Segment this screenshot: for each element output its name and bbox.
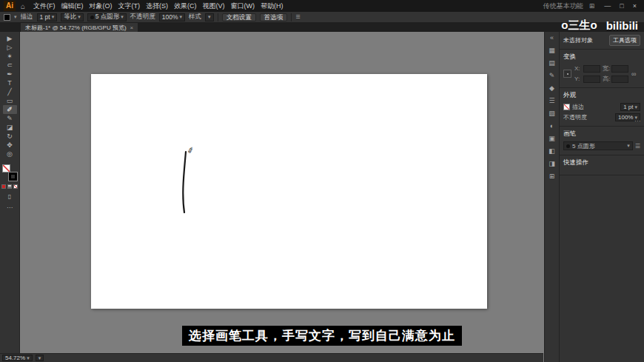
stroke-weight-select[interactable]: 1 pt ▾ — [620, 103, 640, 111]
brush-definition-select[interactable]: 5 点圆形 ▾ — [87, 13, 127, 21]
artboard[interactable]: ✐ — [91, 74, 487, 309]
layers-panel-icon[interactable]: ◨ — [549, 160, 555, 167]
opacity-label: 不透明度 — [563, 113, 587, 121]
chevron-down-icon: ▾ — [38, 355, 41, 361]
menu-view[interactable]: 视图(V) — [200, 0, 228, 12]
brush-preview-icon — [90, 16, 94, 19]
stroke-color-swatch[interactable] — [4, 14, 10, 21]
hand-tool[interactable]: ✥ — [3, 141, 17, 150]
title-bar: Ai ⌂ 文件(F) 编辑(E) 对象(O) 文字(T) 选择(S) 效果(C)… — [0, 0, 644, 12]
color-panel-icon[interactable]: ▦ — [549, 47, 555, 54]
appearance-title: 外观 — [563, 91, 640, 100]
direct-selection-tool[interactable]: ▷ — [3, 43, 17, 52]
edit-toolbar-button[interactable]: ⋯ — [7, 204, 13, 211]
selection-tool[interactable]: ▶ — [3, 34, 17, 43]
style-label: 样式 — [189, 13, 201, 21]
tool-options-button[interactable]: 工具选项 — [609, 35, 640, 46]
brush-definition-select[interactable]: 5 点圆形 ▾ — [563, 141, 633, 150]
gradient-panel-icon[interactable]: ▧ — [549, 110, 555, 117]
minimize-button[interactable]: — — [600, 2, 614, 10]
more-options-icon[interactable]: ⋯ — [634, 118, 640, 124]
document-setup-button[interactable]: 文档设置 — [222, 13, 256, 21]
video-subtitle: 选择画笔工具，手写文字，写到自己满意为止 — [182, 326, 462, 346]
opacity-select[interactable]: 100% ▾ — [159, 13, 185, 21]
rectangle-tool[interactable]: ▭ — [3, 96, 17, 105]
stroke-swatch[interactable] — [9, 172, 17, 181]
collapse-panels-icon[interactable]: « — [550, 34, 554, 41]
chevron-down-icon: ▾ — [180, 14, 183, 20]
appearance-panel-icon[interactable]: ▣ — [549, 135, 555, 142]
workspace-grid-icon[interactable]: ⊞ — [589, 2, 595, 10]
width-profile-select[interactable]: 等比 ▾ — [61, 13, 84, 21]
menu-edit[interactable]: 编辑(E) — [58, 0, 87, 12]
x-label: X: — [574, 65, 581, 72]
type-tool[interactable]: T — [3, 78, 17, 87]
reference-point-locator[interactable] — [563, 70, 571, 78]
color-button[interactable] — [1, 184, 6, 189]
paintbrush-tool[interactable]: ✐ — [3, 105, 17, 114]
swatches-panel-icon[interactable]: ▤ — [549, 59, 555, 67]
chevron-down-icon[interactable]: ▾ — [14, 14, 17, 20]
menu-select[interactable]: 选择(S) — [143, 0, 171, 12]
document-tab[interactable]: 未标题-1* @ 54.72% (RGB/GPU 预览) × — [21, 23, 138, 32]
tools-panel: ▶ ▷ ✶ ⊂ ✒ T ╱ ▭ ✐ ✎ ◪ ↻ ✥ ◎ ▯ ⋯ — [0, 32, 20, 362]
constrain-proportions-icon[interactable]: ∞ — [631, 70, 636, 78]
zoom-tool[interactable]: ◎ — [3, 150, 17, 158]
graphic-styles-panel-icon[interactable]: ◧ — [549, 147, 555, 155]
close-button[interactable]: × — [629, 2, 640, 10]
artboard-nav-select[interactable]: ▾ — [36, 355, 44, 361]
uploader-name: o三生o — [561, 19, 597, 33]
lasso-tool[interactable]: ⊂ — [3, 61, 17, 70]
menu-file[interactable]: 文件(F) — [30, 0, 58, 12]
pen-tool[interactable]: ✒ — [3, 70, 17, 78]
opacity-label: 不透明度 — [130, 13, 155, 21]
chevron-down-icon: ▾ — [208, 14, 211, 20]
gradient-button[interactable] — [7, 184, 12, 189]
divider — [291, 13, 292, 21]
brush-title: 画笔 — [563, 130, 640, 138]
align-options-icon[interactable]: ☰ — [295, 14, 300, 20]
width-label: 宽: — [603, 64, 609, 73]
style-select[interactable]: ▾ — [205, 13, 214, 21]
symbols-panel-icon[interactable]: ◆ — [549, 84, 554, 92]
menu-type[interactable]: 文字(T) — [115, 0, 144, 12]
menu-help[interactable]: 帮助(H) — [258, 0, 286, 12]
selection-status-label: 未选择对象 — [563, 36, 593, 44]
tab-close-icon[interactable]: × — [130, 24, 134, 31]
transparency-panel-icon[interactable]: ◐ — [550, 122, 554, 130]
menu-object[interactable]: 对象(O) — [87, 0, 115, 12]
x-input[interactable] — [583, 65, 600, 73]
brush-options-icon[interactable]: ☰ — [635, 143, 640, 150]
appearance-section: 外观 描边 1 pt ▾ 不透明度 100% ▾ ⋯ — [560, 88, 644, 127]
rotate-tool[interactable]: ↻ — [3, 132, 17, 141]
stroke-label: 描边 — [572, 103, 584, 111]
menu-effect[interactable]: 效果(C) — [171, 0, 200, 12]
width-input[interactable] — [611, 65, 628, 73]
screen-mode-button[interactable]: ▯ — [8, 193, 11, 200]
preferences-button[interactable]: 首选项 — [260, 13, 288, 21]
pencil-tool[interactable]: ✎ — [3, 114, 17, 123]
fill-swatch[interactable] — [2, 164, 10, 172]
brushes-panel-icon[interactable]: ✎ — [549, 72, 555, 79]
menu-window[interactable]: 窗口(W) — [228, 0, 258, 12]
none-button[interactable] — [13, 184, 18, 189]
canvas-area[interactable]: ✐ — [20, 32, 544, 362]
opacity-value: 100% — [162, 13, 178, 21]
stroke-panel-icon[interactable]: ☰ — [549, 97, 554, 104]
stroke-weight-select[interactable]: 1 pt ▾ — [37, 13, 58, 21]
stroke-color-swatch[interactable] — [563, 104, 570, 110]
magic-wand-tool[interactable]: ✶ — [3, 52, 17, 61]
home-icon[interactable]: ⌂ — [19, 2, 27, 10]
maximize-button[interactable]: □ — [616, 2, 627, 10]
workspace-switcher[interactable]: 传统基本功能 — [543, 1, 583, 11]
height-input[interactable] — [611, 76, 628, 83]
chevron-down-icon: ▾ — [52, 14, 55, 20]
line-tool[interactable]: ╱ — [3, 87, 17, 96]
artboards-panel-icon[interactable]: ⊞ — [549, 172, 555, 180]
y-input[interactable] — [583, 76, 600, 83]
height-label: 高: — [603, 75, 609, 83]
properties-panel: 未选择对象 工具选项 变换 X: 宽: Y: 高: — [559, 32, 644, 362]
zoom-select[interactable]: 54.72% ▾ — [2, 355, 33, 361]
stroke-weight-value: 1 pt — [623, 104, 633, 110]
eraser-tool[interactable]: ◪ — [3, 123, 17, 132]
